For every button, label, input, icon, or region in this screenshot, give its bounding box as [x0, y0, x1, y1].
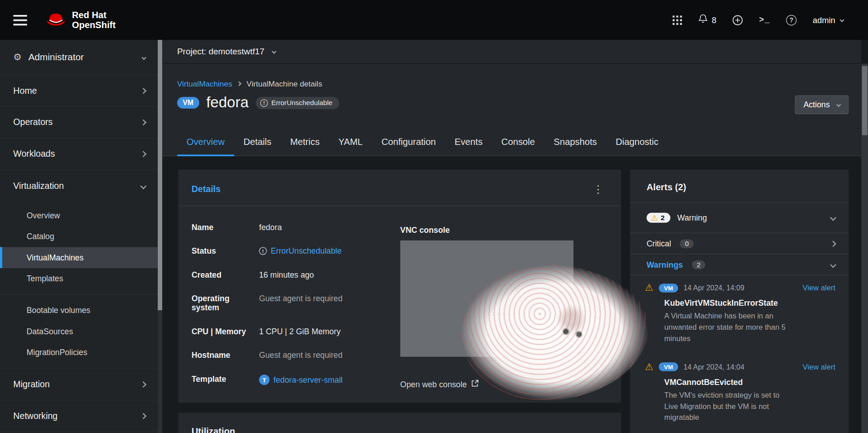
chevron-down-icon [140, 183, 147, 189]
group-count-badge: 2 [692, 260, 706, 269]
sidebar-item-label: Workloads [13, 149, 55, 159]
kebab-menu-icon[interactable]: ⋮ [588, 183, 608, 196]
window-scrollbar[interactable] [861, 64, 868, 433]
sidebar-item-migrationpolicies[interactable]: MigrationPolicies [0, 342, 158, 363]
details-card-title[interactable]: Details [191, 184, 220, 194]
tab-metrics[interactable]: Metrics [281, 129, 329, 156]
actions-button-label: Actions [803, 100, 830, 109]
chevron-right-icon [140, 151, 147, 157]
help-button[interactable]: ? [786, 14, 796, 25]
field-label: Hostname [191, 351, 259, 360]
group-count-badge: 0 [680, 239, 694, 248]
tab-snapshots[interactable]: Snapshots [544, 129, 606, 156]
brand-text: Red Hat OpenShift [72, 10, 115, 30]
alert-timestamp: 14 Apr 2024, 14:09 [683, 284, 744, 292]
sidebar-item-virtualmachines[interactable]: VirtualMachines [0, 247, 158, 268]
sidebar-item-templates[interactable]: Templates [0, 268, 158, 289]
group-label: Critical [647, 239, 671, 248]
sidebar-item-networking[interactable]: Networking [0, 400, 158, 432]
alert-group-warnings[interactable]: Warnings 2 [630, 254, 849, 274]
open-web-console-link[interactable]: Open web console [400, 380, 479, 389]
actions-button[interactable]: Actions [795, 95, 849, 114]
sidebar-item-datasources[interactable]: DataSources [0, 321, 158, 342]
chevron-right-icon [140, 381, 147, 388]
warning-triangle-icon: ⚠ [645, 283, 653, 293]
notifications-button[interactable]: 8 [698, 14, 716, 26]
field-operating-system: Operating system Guest agent is required [191, 294, 402, 312]
field-cpu-memory: CPU | Memory 1 CPU | 2 GiB Memory [191, 327, 402, 336]
field-value: Guest agent is required [259, 351, 342, 360]
tab-configuration[interactable]: Configuration [372, 129, 445, 156]
field-value: 16 minutes ago [259, 270, 314, 279]
sidebar-item-migration[interactable]: Migration [0, 369, 158, 401]
alert-title: VMCannotBeEvicted [664, 378, 835, 387]
alerts-summary-row[interactable]: ⚠ 2 Warning [630, 203, 849, 233]
tab-yaml[interactable]: YAML [329, 129, 372, 156]
alert-group-critical[interactable]: Critical 0 [630, 233, 849, 254]
sidebar-item-label: Operators [13, 117, 52, 127]
template-link[interactable]: fedora-server-small [273, 375, 343, 385]
alert-description: A Virtual Machine has been in an unwante… [664, 311, 793, 344]
alert-timestamp: 14 Apr 2024, 14:04 [683, 363, 744, 371]
view-alert-link[interactable]: View alert [803, 363, 835, 371]
brand-logo[interactable]: Red Hat OpenShift [46, 10, 116, 30]
status-badge[interactable]: ! ErrorUnschedulable [256, 96, 339, 109]
tab-diagnostic[interactable]: Diagnostic [606, 129, 668, 156]
field-label: CPU | Memory [191, 327, 259, 336]
tab-overview[interactable]: Overview [177, 129, 234, 156]
field-label: Template [191, 375, 259, 384]
alerts-card-title: Alerts (2) [647, 182, 686, 192]
chevron-right-icon [140, 413, 147, 419]
sidebar-item-bootable-volumes[interactable]: Bootable volumes [0, 300, 158, 321]
tab-details[interactable]: Details [234, 129, 281, 156]
field-label: Operating system [191, 294, 259, 312]
sidebar-item-label: Overview [27, 211, 60, 220]
field-label: Created [191, 270, 259, 279]
alert-item: ⚠ VM 14 Apr 2024, 14:04 View alert VMCan… [630, 355, 849, 433]
scrollbar-thumb[interactable] [862, 66, 868, 135]
nav-toggle-icon[interactable] [13, 14, 27, 25]
group-label: Warnings [647, 260, 683, 269]
project-selector[interactable]: Project: demotestwtf17 [162, 40, 861, 64]
tab-events[interactable]: Events [445, 129, 492, 156]
sidebar-item-catalog[interactable]: Catalog [0, 226, 158, 247]
tab-console[interactable]: Console [492, 129, 544, 156]
user-menu[interactable]: admin [813, 15, 844, 25]
alert-item-header: ⚠ VM 14 Apr 2024, 14:04 View alert [645, 362, 835, 372]
sidebar-item-label: DataSources [27, 327, 73, 336]
vnc-console-preview[interactable] [400, 241, 573, 357]
alert-item: ⚠ VM 14 Apr 2024, 14:09 View alert KubeV… [630, 275, 849, 355]
template-kind-badge: T [259, 375, 269, 385]
status-link[interactable]: ErrorUnschedulable [271, 246, 342, 255]
external-link-icon [471, 380, 479, 389]
sidebar-item-label: Catalog [27, 232, 54, 241]
perspective-switcher[interactable]: ⚙ Administrator [0, 40, 158, 75]
details-card-header: Details ⋮ [178, 169, 621, 206]
sidebar-item-home[interactable]: Home [0, 75, 158, 107]
view-alert-link[interactable]: View alert [803, 284, 835, 292]
field-template: Template T fedora-server-small [191, 375, 402, 385]
warning-triangle-icon: ⚠ [645, 362, 653, 372]
web-terminal-icon[interactable]: >_ [759, 15, 770, 25]
sidebar-item-operators[interactable]: Operators [0, 107, 158, 139]
sidebar-scrollbar[interactable] [158, 40, 162, 433]
sidebar-item-virt-overview[interactable]: Overview [0, 205, 158, 226]
scrollbar-thumb[interactable] [158, 40, 162, 310]
chevron-right-icon [140, 88, 147, 94]
virtualization-subnav: Overview Catalog VirtualMachines Templat… [0, 202, 158, 369]
open-web-console-label: Open web console [400, 380, 467, 389]
quick-create-button[interactable] [732, 14, 743, 25]
warning-count: 2 [661, 214, 665, 221]
sidebar-item-workloads[interactable]: Workloads [0, 139, 158, 170]
breadcrumb-link-virtualmachines[interactable]: VirtualMachines [177, 79, 232, 88]
app-launcher-icon[interactable] [672, 15, 682, 25]
sidebar-item-label: Networking [13, 411, 57, 421]
details-fields: Name fedora Status ! ErrorUnschedulable … [191, 223, 402, 400]
bell-icon [698, 14, 708, 26]
field-label: Name [191, 223, 259, 232]
alerts-card: Alerts (2) ⚠ 2 Warning Critical 0 Warnin… [630, 169, 849, 433]
chevron-down-icon [839, 18, 844, 22]
vm-kind-badge: VM [659, 362, 678, 371]
chevron-down-icon [142, 55, 146, 59]
sidebar-item-virtualization[interactable]: Virtualization [0, 170, 158, 202]
